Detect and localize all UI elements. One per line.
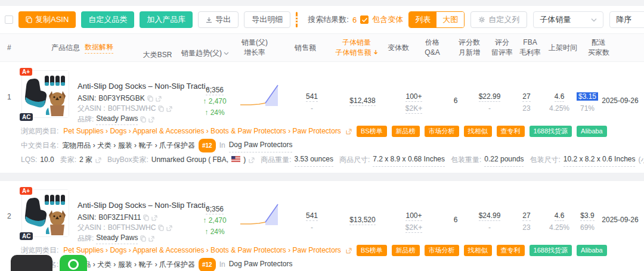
child-sales-value[interactable]: 100+ — [405, 211, 422, 221]
header-variants[interactable]: 变体数 — [383, 43, 414, 53]
rank-category[interactable]: Dog Paw Protectors — [229, 139, 293, 152]
select-all-checkbox[interactable] — [5, 15, 13, 24]
header-sales[interactable]: 销量(父)增长率 — [229, 38, 280, 58]
external-link-icon[interactable] — [156, 96, 162, 102]
patent-check-tag[interactable]: 查专利 — [497, 126, 525, 137]
header-child-sales-sorted[interactable]: 子体销量 子体销售额 — [330, 38, 383, 58]
alibaba-tag[interactable]: Alibaba — [577, 126, 607, 137]
copy-icon[interactable] — [158, 105, 164, 112]
header-trend[interactable]: 销量趋势(父) — [181, 38, 229, 58]
1688-sourcing-tag[interactable]: 1688找货源 — [530, 126, 572, 137]
header-ratings[interactable]: 评分数月新增 — [451, 38, 488, 58]
header-rating[interactable]: 评分留评率 — [488, 38, 516, 58]
child-sales-value[interactable]: 100+ — [405, 92, 422, 102]
external-link-icon[interactable] — [166, 106, 172, 112]
brand-value[interactable]: Steady Paws — [96, 114, 138, 125]
copy-icon[interactable] — [140, 235, 146, 242]
ratings-count[interactable]: 27 — [522, 211, 530, 221]
price-value[interactable]: $22.99 — [479, 92, 501, 102]
external-link-icon[interactable] — [151, 215, 157, 221]
sales-trend-sparkline[interactable] — [239, 70, 286, 125]
fba-fee-value[interactable]: $3.15 — [577, 92, 598, 101]
sort-field-select[interactable]: 子体销量 — [533, 11, 603, 28]
custom-category-button[interactable]: 自定义品类 — [81, 11, 134, 28]
header-bsr[interactable]: 大类BSR — [134, 36, 181, 60]
header-delivery[interactable]: 配送买家数 — [582, 38, 615, 58]
external-link-icon[interactable] — [346, 248, 352, 254]
product-image[interactable]: A+ AC — [21, 70, 69, 118]
view-large-option[interactable]: 大图 — [436, 12, 464, 27]
category-breadcrumb[interactable]: Pet Supplies › Dogs › Apparel & Accessor… — [63, 125, 341, 138]
bsr-change: ↑ 2,470 — [191, 215, 239, 226]
new-release-tag[interactable]: 新品榜 — [392, 245, 420, 256]
find-similar-tag[interactable]: 找相似 — [464, 245, 492, 256]
include-variants-label[interactable]: 包含变体 — [372, 14, 403, 25]
product-title[interactable]: Anti-Slip Dog Socks – Non-Slip Tracti... — [78, 200, 191, 210]
include-variants-checkbox[interactable] — [360, 15, 369, 24]
fba-fee-value[interactable]: $3.9 — [580, 211, 594, 221]
header-product-label: 产品信息 — [51, 43, 80, 53]
external-link-icon[interactable] — [249, 157, 255, 163]
copy-icon[interactable] — [143, 214, 149, 221]
copy-asin-button[interactable]: 复制ASIN — [18, 11, 76, 28]
add-to-library-button[interactable]: 加入产品库 — [140, 11, 193, 28]
product-row: 2 — [0, 181, 644, 271]
chat-widget-dark[interactable] — [11, 255, 52, 271]
product-title[interactable]: Anti-Slip Dog Socks – Non-Slip Tracti... — [78, 81, 191, 91]
alibaba-tag[interactable]: Alibaba — [577, 245, 607, 256]
1688-sourcing-tag[interactable]: 1688找货源 — [530, 245, 572, 256]
bsr-value[interactable]: 6,356 — [206, 205, 224, 214]
pkg-weight-value[interactable]: 0.22 pounds — [484, 153, 524, 167]
header-date[interactable]: 上架时间 — [544, 43, 582, 53]
product-image[interactable]: A+ AC — [21, 189, 69, 237]
revenue-value[interactable]: $12,438 — [349, 96, 375, 106]
external-link-icon[interactable] — [166, 225, 172, 231]
brand-value[interactable]: Steady Paws — [96, 233, 138, 244]
market-analysis-tag[interactable]: 市场分析 — [425, 245, 459, 256]
weight-value[interactable]: 3.53 ounces — [295, 153, 333, 167]
sales-value[interactable]: 541 — [306, 211, 318, 221]
header-price[interactable]: 价格Q&A — [414, 38, 451, 58]
export-button[interactable]: 导出 — [198, 11, 239, 28]
chat-widget-green[interactable] — [60, 255, 87, 271]
new-release-tag[interactable]: 新品榜 — [392, 126, 420, 137]
sales-trend-sparkline[interactable] — [239, 189, 286, 244]
copy-icon[interactable] — [140, 116, 146, 123]
bs-rank-tag[interactable]: BS榜单 — [357, 126, 387, 137]
patent-check-tag[interactable]: 查专利 — [497, 245, 525, 256]
export-detail-button[interactable]: 导出明细 — [244, 11, 290, 28]
category-breadcrumb[interactable]: Pet Supplies › Dogs › Apparel & Accessor… — [63, 244, 341, 257]
header-fba[interactable]: FBA毛利率 — [516, 38, 544, 58]
header-rank: # — [0, 43, 20, 53]
market-analysis-tag[interactable]: 市场分析 — [425, 126, 459, 137]
more-actions-button[interactable] — [296, 12, 298, 27]
copy-icon[interactable] — [158, 225, 164, 231]
copy-icon[interactable] — [147, 95, 153, 102]
rating-value[interactable]: 4.6 — [555, 92, 565, 102]
header-revenue[interactable]: 销售额 — [280, 43, 330, 53]
bs-rank-tag[interactable]: BS榜单 — [357, 245, 387, 256]
find-similar-tag[interactable]: 找相似 — [464, 126, 492, 137]
bsr-value[interactable]: 6,356 — [206, 86, 224, 95]
rating-value[interactable]: 4.6 — [555, 211, 565, 221]
child-revenue-value[interactable]: $2K+ — [405, 104, 422, 114]
dims-value[interactable]: 7.2 x 8.9 x 0.68 Inches — [373, 153, 445, 167]
revenue-value[interactable]: $13,520 — [349, 216, 375, 225]
custom-columns-button[interactable]: 自定义列 — [470, 11, 527, 28]
external-link-icon[interactable] — [148, 236, 154, 242]
ratings-count[interactable]: 27 — [522, 92, 530, 102]
pkg-dims-value[interactable]: 10.2 x 8.2 x 0.6 Inches — [564, 153, 636, 167]
external-link-icon[interactable] — [148, 117, 154, 123]
price-value[interactable]: $24.99 — [479, 211, 501, 221]
child-revenue-value[interactable]: $2K+ — [405, 223, 422, 233]
external-link-icon[interactable] — [346, 129, 352, 135]
sort-order-select[interactable]: 降序 — [609, 11, 644, 28]
amazons-choice-badge: AC — [20, 232, 33, 240]
launch-date: 2025-09-26 — [601, 189, 639, 244]
rank-category[interactable]: Dog Paw Protectors — [229, 258, 293, 271]
sales-value[interactable]: 541 — [306, 92, 318, 102]
cn-category-label: 中文类目名: — [21, 139, 58, 152]
view-list-option[interactable]: 列表 — [409, 12, 436, 27]
external-link-icon[interactable] — [95, 157, 101, 163]
data-explain-link[interactable]: 数据解释 — [85, 42, 113, 54]
